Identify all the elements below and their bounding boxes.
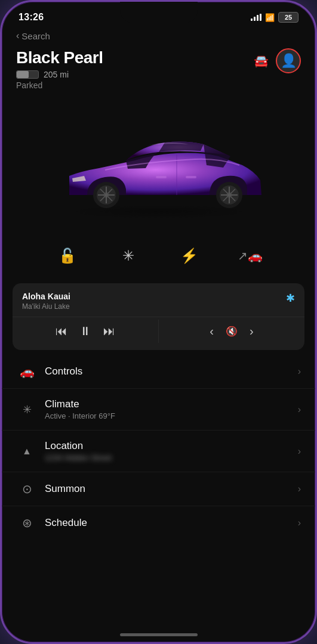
music-track-name: Aloha Kauai: [22, 292, 70, 301]
status-time: 13:26: [19, 12, 44, 23]
location-text: Location 1234 Hidden Street: [45, 440, 298, 462]
music-controls: ⏮ ⏸ ⏭ ‹ 🔇 ›: [13, 317, 304, 350]
chevron-left-icon: ‹: [16, 30, 19, 41]
pause-button[interactable]: ⏸: [79, 324, 91, 338]
car-status: Parked: [16, 80, 103, 90]
summon-chevron-icon: ›: [298, 484, 301, 494]
schedule-clock-icon: ⊛: [22, 516, 32, 530]
next-button[interactable]: ⏭: [103, 324, 115, 338]
schedule-text: Schedule: [45, 517, 298, 529]
controls-chevron-icon: ›: [298, 366, 301, 377]
range-text: 205 mi: [44, 70, 69, 79]
back-button[interactable]: ‹ Search: [16, 30, 50, 41]
schedule-title: Schedule: [45, 517, 298, 529]
car-image: [2, 100, 315, 231]
battery-range-row: 205 mi: [16, 70, 103, 79]
car-controls-icon: 🚗: [20, 364, 35, 379]
back-label: Search: [21, 31, 50, 41]
schedule-icon-wrap: ⊛: [16, 516, 38, 530]
controls-icon-wrap: 🚗: [16, 364, 38, 379]
trunk-button[interactable]: ↗🚗: [235, 240, 266, 271]
schedule-chevron-icon: ›: [298, 518, 301, 528]
car-name: Black Pearl: [16, 48, 103, 67]
climate-icon-wrap: ✳: [16, 403, 38, 416]
volume-prev-button[interactable]: ‹: [210, 324, 214, 338]
location-title: Location: [45, 440, 298, 452]
wifi-icon: 📶: [265, 13, 275, 22]
car-svg: [33, 112, 284, 219]
music-card: Aloha Kauai Ma'iki Aiu Lake ✱ ⏮ ⏸ ⏭ ‹ 🔇 …: [13, 283, 304, 350]
summon-menu-item[interactable]: ⊙ Summon ›: [2, 472, 315, 506]
car-door-handle: [156, 176, 167, 178]
summon-title: Summon: [45, 483, 298, 495]
climate-subtitle: Active · Interior 69°F: [45, 411, 298, 420]
summon-steering-icon: ⊙: [22, 482, 32, 496]
bolt-icon: ⚡: [180, 247, 198, 264]
battery-indicator: 25: [278, 12, 298, 23]
climate-chevron-icon: ›: [298, 404, 301, 415]
lock-button[interactable]: 🔓: [52, 240, 83, 271]
home-indicator: [120, 633, 198, 636]
volume-next-button[interactable]: ›: [250, 324, 254, 338]
prev-button[interactable]: ⏮: [56, 324, 67, 338]
volume-controls: ‹ 🔇 ›: [159, 320, 304, 343]
lock-icon: 🔓: [59, 247, 76, 264]
fan-icon: ✳: [122, 247, 134, 264]
summon-text: Summon: [45, 483, 298, 495]
climate-text: Climate Active · Interior 69°F: [45, 398, 298, 420]
notch: [120, 2, 198, 23]
location-arrow-icon: ▲: [22, 446, 32, 457]
climate-title: Climate: [45, 398, 298, 410]
climate-menu-item[interactable]: ✳ Climate Active · Interior 69°F ›: [2, 389, 315, 431]
nav-bar: ‹ Search: [2, 28, 315, 46]
music-info: Aloha Kauai Ma'iki Aiu Lake ✱: [13, 283, 304, 317]
car-door-handle-2: [186, 176, 196, 178]
controls-text: Controls: [45, 366, 298, 377]
battery-bar: [16, 70, 39, 79]
climate-fan-icon: ✳: [23, 403, 32, 416]
location-chevron-icon: ›: [298, 446, 301, 457]
battery-fill: [17, 71, 29, 78]
profile-button[interactable]: 👤: [276, 48, 301, 73]
profile-avatar-icon: 👤: [281, 53, 297, 69]
bluetooth-icon: ✱: [286, 292, 295, 305]
car-info: Black Pearl 205 mi Parked: [16, 48, 103, 90]
music-artist-name: Ma'iki Aiu Lake: [22, 302, 70, 311]
signal-icon: [251, 14, 261, 21]
schedule-menu-item[interactable]: ⊛ Schedule ›: [2, 506, 315, 540]
status-icons: 📶 25: [251, 12, 298, 23]
controls-title: Controls: [45, 366, 298, 377]
playback-controls: ⏮ ⏸ ⏭: [13, 320, 159, 343]
charge-button[interactable]: ⚡: [174, 240, 205, 271]
location-menu-item[interactable]: ▲ Location 1234 Hidden Street ›: [2, 431, 315, 472]
mute-button[interactable]: 🔇: [226, 326, 238, 337]
menu-section: 🚗 Controls › ✳ Climate Active · Interior…: [2, 355, 315, 540]
car-header: Black Pearl 205 mi Parked 🚘 👤: [2, 46, 315, 100]
controls-menu-item[interactable]: 🚗 Controls ›: [2, 355, 315, 389]
summon-icon-wrap: ⊙: [16, 482, 38, 496]
location-subtitle: 1234 Hidden Street: [45, 453, 298, 462]
trunk-icon: ↗🚗: [238, 249, 263, 263]
car-select-icon[interactable]: 🚘: [254, 54, 269, 68]
music-track-info: Aloha Kauai Ma'iki Aiu Lake: [22, 292, 70, 311]
fan-button[interactable]: ✳: [113, 240, 144, 271]
quick-actions: 🔓 ✳ ⚡ ↗🚗: [2, 231, 315, 283]
header-actions: 🚘 👤: [254, 48, 301, 73]
location-icon-wrap: ▲: [16, 446, 38, 457]
phone-frame: 13:26 📶 25 ‹ Search Black Pearl: [0, 0, 317, 644]
